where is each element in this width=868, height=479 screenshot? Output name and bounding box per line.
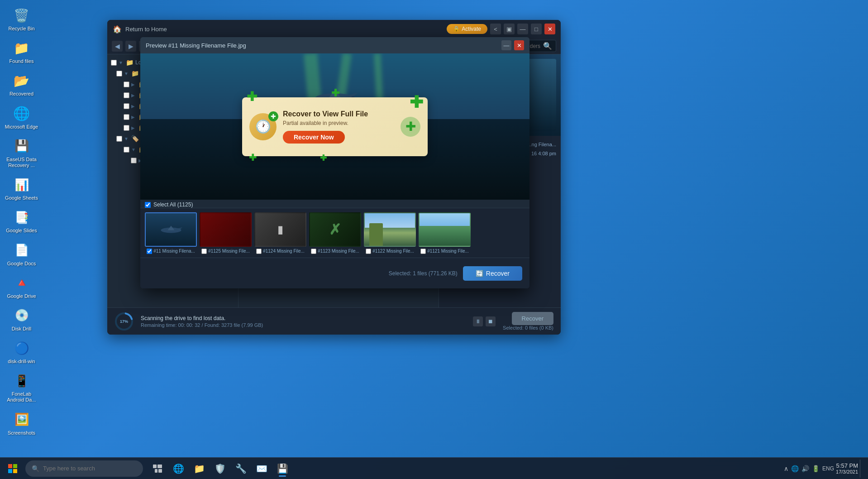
back-button[interactable]: ◀ — [112, 41, 123, 52]
clock[interactable]: 5:57 PM 17/3/2021 — [836, 462, 858, 474]
desktop-icon-disk-drill[interactable]: 💿 Disk Drill — [2, 305, 41, 334]
thumb-checkbox-2[interactable] — [201, 249, 207, 254]
svg-rect-12 — [13, 464, 17, 468]
scan-title: Scanning the drive to find lost data. — [141, 315, 466, 321]
tree-checkbox-cam-sub[interactable] — [131, 158, 137, 163]
activate-button[interactable]: 🔒 Activate — [447, 24, 487, 34]
preview-close-button[interactable]: ✕ — [514, 40, 524, 50]
tree-checkbox-camera[interactable] — [124, 147, 129, 153]
thumb-image-4[interactable]: ✗ — [309, 212, 361, 247]
clock-time: 5:57 PM — [836, 462, 858, 469]
thumb-checkbox-1[interactable] — [147, 249, 152, 254]
expand-icon-3: ▶ — [131, 93, 137, 98]
mail-icon: ✉️ — [256, 463, 267, 474]
tree-checkbox-3[interactable] — [124, 92, 129, 98]
edge-icon: 🌐 — [13, 105, 31, 123]
sys-tray-icons: ∧ 🌐 🔊 🔋 ENG — [784, 465, 834, 472]
thumb-image-1[interactable] — [145, 212, 197, 247]
disk-drill-icon: 💿 — [13, 307, 31, 325]
taskbar-search-box[interactable]: 🔍 — [25, 460, 143, 477]
tree-checkbox-0[interactable] — [111, 60, 117, 66]
share-button[interactable]: < — [490, 24, 501, 34]
preview-minimize-button[interactable]: — — [501, 40, 511, 50]
desktop-icon-screenshots[interactable]: 🖼️ Screenshots — [2, 409, 41, 438]
start-button[interactable] — [3, 460, 23, 478]
tree-checkbox-5[interactable] — [124, 114, 129, 120]
thumb-checkbox-3[interactable] — [256, 249, 262, 254]
tree-checkbox-6[interactable] — [124, 125, 129, 131]
taskbar-mail[interactable]: ✉️ — [252, 460, 272, 478]
taskbar-task-view[interactable] — [148, 460, 167, 478]
edge-taskbar-icon: 🌐 — [173, 463, 184, 474]
thumb-image-2[interactable] — [200, 212, 252, 247]
select-all-checkbox[interactable] — [145, 202, 151, 208]
svg-rect-11 — [8, 464, 12, 468]
expand-icon-2: ▶ — [131, 82, 137, 87]
maximize-button[interactable]: □ — [531, 24, 542, 34]
taskbar-security[interactable]: 🛡️ — [210, 460, 230, 478]
thumb-image-5[interactable] — [364, 212, 416, 247]
desktop-icon-recovered[interactable]: 📂 Recovered — [2, 70, 41, 99]
thumb-checkbox-6[interactable] — [420, 249, 426, 254]
taskbar-edge[interactable]: 🌐 — [168, 460, 188, 478]
tree-checkbox-tags[interactable] — [116, 136, 122, 142]
folder-icon-1: 📁 — [131, 70, 139, 77]
taskbar-file-explorer[interactable]: 📁 — [189, 460, 209, 478]
tree-checkbox-1[interactable] — [116, 71, 122, 77]
desktop-icon-sheets[interactable]: 📊 Google Sheets — [2, 174, 41, 203]
pause-button[interactable]: ⏸ — [473, 316, 483, 326]
preview-dialog-title: Preview #11 Missing Filename File.jpg — [146, 42, 246, 49]
desktop-icon-found-files[interactable]: 📁 Found files — [2, 37, 41, 66]
desktop-icon-easeus[interactable]: 💾 EaseUS Data Recovery ... — [2, 135, 41, 170]
thumb-checkbox-4[interactable] — [311, 249, 316, 254]
recycle-bin-icon: 🗑️ — [13, 6, 31, 24]
clock-date: 17/3/2021 — [836, 469, 858, 474]
main-recover-button[interactable]: Recover — [512, 312, 553, 325]
scan-detail: Remaining time: 00: 00: 32 / Found: 3273… — [141, 322, 466, 328]
taskbar-easeus-app[interactable]: 💾 — [272, 460, 292, 478]
show-desktop-button[interactable] — [860, 460, 863, 478]
preview-image-area: ✚ ✚ ✚ ✚ ✚ 🕐 ✚ Recover to View Full File … — [140, 53, 529, 200]
tree-checkbox-4[interactable] — [124, 103, 129, 109]
disk-drill-label: Disk Drill — [12, 326, 31, 332]
preview-titlebar-buttons: — ✕ — [501, 40, 524, 50]
thumb-checkbox-5[interactable] — [366, 249, 371, 254]
tray-language-icon[interactable]: ENG — [822, 465, 834, 472]
stop-button[interactable]: ⏹ — [486, 316, 496, 326]
recover-icon-circle: 🕐 ✚ — [249, 113, 277, 140]
expand-icon-tags: ▼ — [124, 136, 129, 141]
thumb-image-6[interactable] — [419, 212, 471, 247]
desktop-icon-recycle-bin[interactable]: 🗑️ Recycle Bin — [2, 5, 41, 34]
desktop-icon-drive[interactable]: 🔺 Google Drive — [2, 272, 41, 301]
sheets-label: Google Sheets — [5, 195, 38, 201]
desktop-icon-docs[interactable]: 📄 Google Docs — [2, 240, 41, 268]
sidebar-toggle-button[interactable]: ▣ — [504, 24, 515, 34]
x-mark-icon: ✗ — [329, 221, 341, 238]
progress-controls: ⏸ ⏹ — [473, 316, 496, 326]
desktop-icon-disk-drill-win[interactable]: 🔵 disk-drill-win — [2, 337, 41, 366]
thumb-image-3[interactable]: ▮ — [254, 212, 306, 247]
recover-panel-button[interactable]: 🔄 Recover — [463, 266, 522, 281]
slides-label: Google Slides — [6, 228, 37, 234]
tray-up-arrow-icon[interactable]: ∧ — [784, 465, 788, 472]
desktop-icon-slides[interactable]: 📑 Google Slides — [2, 206, 41, 235]
desktop-icon-fonelab[interactable]: 📱 FoneLab Android Da... — [2, 370, 41, 405]
tray-battery-icon[interactable]: 🔋 — [812, 465, 820, 472]
drive-icon: 🔺 — [13, 274, 31, 292]
tray-network-icon[interactable]: 🌐 — [791, 465, 799, 472]
taskbar-tools[interactable]: 🔧 — [231, 460, 251, 478]
desktop-icon-edge[interactable]: 🌐 Microsoft Edge — [2, 103, 41, 132]
taskbar-apps: 🌐 📁 🛡️ 🔧 ✉️ 💾 — [148, 460, 292, 478]
preview-titlebar: Preview #11 Missing Filename File.jpg — … — [140, 37, 529, 53]
desktop: 🗑️ Recycle Bin 📁 Found files 📂 Recovered… — [0, 0, 868, 479]
screenshots-icon: 🖼️ — [13, 411, 31, 429]
expand-icon-4: ▶ — [131, 104, 137, 109]
close-button[interactable]: ✕ — [544, 24, 555, 34]
tray-sound-icon[interactable]: 🔊 — [801, 465, 809, 472]
taskbar-search-input[interactable] — [43, 465, 137, 472]
forward-button[interactable]: ▶ — [125, 41, 136, 52]
tree-checkbox-2[interactable] — [124, 81, 129, 87]
screenshots-label: Screenshots — [8, 430, 35, 436]
minimize-button[interactable]: — — [517, 24, 528, 34]
recover-now-button[interactable]: Recover Now — [283, 131, 345, 144]
